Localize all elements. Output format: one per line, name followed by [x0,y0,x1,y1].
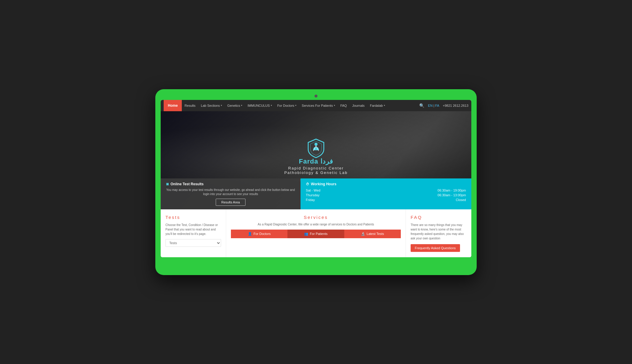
doctor-icon: 👤 [248,232,252,236]
lang-fa[interactable]: FA [435,104,439,107]
faq-description: There are so many things that you may wa… [411,223,467,241]
laptop-frame: Home Results Lab Sections ▾ Genetics ▾ I… [155,89,477,275]
search-icon[interactable]: 🔍 [419,103,424,108]
tests-title: Tests [165,215,221,220]
brand-name: Farda فردا [284,158,348,165]
hours-row-2: Thursday 06:30am - 13:00pm [306,193,466,197]
camera [315,95,317,98]
patients-icon: 👥 [304,232,308,236]
faq-button[interactable]: Frequently Asked Questions [411,244,460,252]
chevron-down-icon: ▾ [295,104,296,107]
tests-select[interactable]: Tests [165,239,221,247]
services-title: Services [231,215,401,220]
day-friday: Friday [306,198,315,202]
laptop-base [161,257,471,263]
hero-section: Farda فردا Rapid Diagnostic Center Patho… [161,111,471,209]
nav-fardalab[interactable]: Fardalab ▾ [367,100,387,111]
results-area-button[interactable]: Results Area [216,199,245,206]
services-section: Services As a Rapid Diagnostic Center, W… [226,209,406,257]
nav-genetics[interactable]: Genetics ▾ [225,100,245,111]
phone-number: +9821 2612.2613 [443,104,468,107]
tests-section: Tests Choose the Test, Condition / Disea… [161,209,226,257]
nav-results[interactable]: Results [182,100,198,111]
logo-icon [307,138,325,156]
working-hours-title: Working Hours [306,182,466,186]
hero-subtitle1: Rapid Diagnostic Center [284,166,348,170]
time-thursday: 06:30am - 13:00pm [438,193,466,197]
online-results-description: You may access to your test results thro… [166,188,295,196]
chevron-down-icon: ▾ [271,104,272,107]
online-results-panel: Online Test Results You may access to yo… [161,178,301,209]
hero-panels: Online Test Results You may access to yo… [161,178,471,209]
nav-home[interactable]: Home [164,100,182,111]
nav-faq[interactable]: FAQ [338,100,350,111]
hours-row-3: Friday Closed [306,198,466,202]
nav-lab-sections[interactable]: Lab Sections ▾ [198,100,225,111]
services-description: As a Rapid Diagnostic Center, We offer a… [231,222,401,227]
hero-content: Farda فردا Rapid Diagnostic Center Patho… [284,138,348,182]
navbar: Home Results Lab Sections ▾ Genetics ▾ I… [161,100,471,111]
time-friday: Closed [456,198,466,202]
tab-latest-tests[interactable]: 🔬 Latest Tests [344,230,401,238]
nav-immunculus[interactable]: IMMUNCULUS ▾ [245,100,275,111]
day-sat-wed: Sat - Wed [306,189,320,192]
chevron-down-icon: ▾ [221,104,222,107]
tab-for-patients[interactable]: 👥 For Patients [287,230,344,238]
hero-subtitle2: Pathobiology & Genetic Lab [284,170,348,175]
chevron-down-icon: ▾ [334,104,335,107]
online-results-title: Online Test Results [166,182,295,186]
tab-for-doctors[interactable]: 👤 For Doctors [231,230,287,238]
nav-right: 🔍 EN | FA +9821 2612.2613 [419,103,468,108]
lang-en[interactable]: EN [428,104,432,107]
tests-description: Choose the Test, Condition / Disease or … [165,223,221,236]
chevron-down-icon: ▾ [384,104,385,107]
faq-section: FAQ There are so many things that you ma… [406,209,471,257]
faq-title: FAQ [411,215,467,220]
nav-services-for-patients[interactable]: Services For Patients ▾ [299,100,338,111]
nav-for-doctors[interactable]: For Doctors ▾ [275,100,299,111]
tests-icon: 🔬 [361,232,365,236]
chevron-down-icon: ▾ [241,104,242,107]
screen: Home Results Lab Sections ▾ Genetics ▾ I… [161,100,471,257]
working-hours-panel: Working Hours Sat - Wed 06:30am - 19:00p… [301,178,471,209]
nav-journals[interactable]: Journals [350,100,367,111]
services-tabs: 👤 For Doctors 👥 For Patients 🔬 Latest Te… [231,230,401,238]
day-thursday: Thursday [306,193,320,197]
time-sat-wed: 06:30am - 19:00pm [438,189,466,192]
sections-row: Tests Choose the Test, Condition / Disea… [161,209,471,257]
hours-row-1: Sat - Wed 06:30am - 19:00pm [306,189,466,192]
language-switcher[interactable]: EN | FA [428,104,439,107]
svg-point-0 [315,143,318,146]
